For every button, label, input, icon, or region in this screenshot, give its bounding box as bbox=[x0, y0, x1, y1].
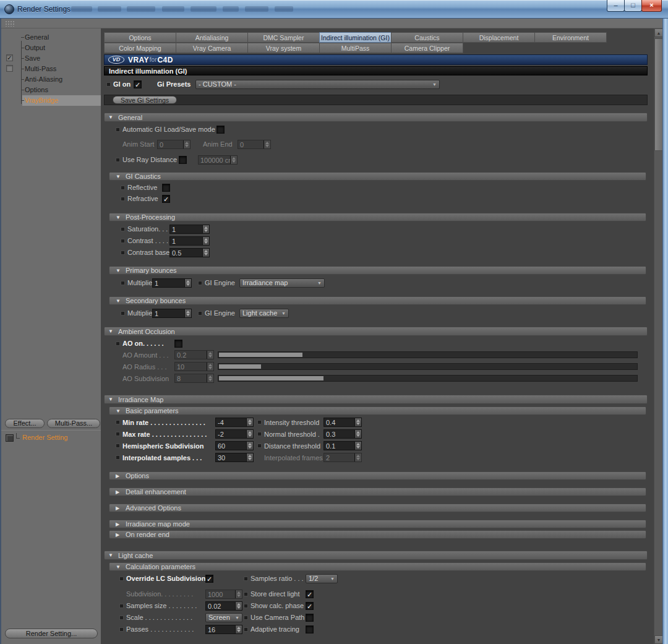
multipass-enable-checkbox[interactable] bbox=[6, 65, 13, 72]
lc-scale-dropdown[interactable]: Screen▼ bbox=[205, 613, 242, 622]
param-enable-dot[interactable] bbox=[121, 197, 125, 201]
scroll-down-icon[interactable]: ▼ bbox=[654, 635, 663, 644]
param-enable-dot[interactable] bbox=[121, 227, 125, 231]
render-setting-list-item[interactable]: Render Setting bbox=[0, 433, 101, 444]
param-enable-dot[interactable] bbox=[119, 577, 124, 581]
interpolated-samples-input[interactable]: 30 bbox=[215, 453, 254, 462]
interpolated-frames-input[interactable]: 2 bbox=[323, 453, 362, 462]
spinner-arrows-icon[interactable] bbox=[354, 453, 361, 462]
section-gi-caustics-header[interactable]: ▼ GI Caustics bbox=[109, 172, 646, 181]
spinner-arrows-icon[interactable] bbox=[207, 351, 213, 359]
sidebar-item-options[interactable]: Options bbox=[0, 85, 101, 95]
param-enable-dot[interactable] bbox=[121, 186, 125, 190]
spinner-arrows-icon[interactable] bbox=[354, 430, 361, 438]
close-button[interactable]: × bbox=[641, 0, 662, 12]
param-enable-dot[interactable] bbox=[257, 444, 262, 448]
ao-subdivision-slider[interactable] bbox=[218, 375, 638, 382]
primary-multiplier-input[interactable]: 1 bbox=[152, 278, 192, 288]
section-options-header[interactable]: ▶ Options bbox=[109, 471, 646, 480]
min-rate-input[interactable]: -4 bbox=[215, 418, 254, 427]
contrast-base-input[interactable]: 0.5 bbox=[169, 248, 210, 257]
tab-displacement[interactable]: Displacement bbox=[463, 32, 535, 43]
param-enable-dot[interactable] bbox=[121, 281, 125, 285]
ao-subdivision-input[interactable]: 8 bbox=[174, 374, 214, 383]
sidebar-item-output[interactable]: Output bbox=[0, 43, 101, 53]
contrast-input[interactable]: 1 bbox=[169, 236, 210, 246]
ray-distance-input[interactable]: 100000 cm bbox=[198, 155, 238, 165]
ray-distance-checkbox[interactable] bbox=[179, 156, 187, 164]
multipass-button[interactable]: Multi-Pass... bbox=[47, 419, 100, 428]
param-enable-dot[interactable] bbox=[257, 420, 262, 424]
param-enable-dot[interactable] bbox=[116, 420, 120, 424]
vertical-scrollbar[interactable]: ▲ ▼ bbox=[654, 28, 662, 644]
gi-presets-dropdown[interactable]: - CUSTOM - ▼ bbox=[195, 80, 440, 89]
samples-size-input[interactable]: 0.02 bbox=[205, 601, 242, 611]
spinner-arrows-icon[interactable] bbox=[246, 430, 253, 438]
distance-threshold-input[interactable]: 0.1 bbox=[323, 441, 362, 450]
spinner-arrows-icon[interactable] bbox=[246, 453, 253, 462]
use-camera-path-checkbox[interactable] bbox=[306, 614, 314, 622]
section-general-header[interactable]: ▼ General bbox=[104, 113, 648, 122]
param-enable-dot[interactable] bbox=[244, 577, 248, 581]
tab-antialiasing[interactable]: Antialiasing bbox=[176, 32, 248, 43]
ao-on-checkbox[interactable] bbox=[174, 340, 182, 348]
sidebar-item-vraybridge[interactable]: VrayBridge bbox=[0, 95, 101, 106]
param-enable-dot[interactable] bbox=[121, 251, 125, 255]
hemispheric-subdivision-input[interactable]: 60 bbox=[215, 441, 254, 450]
param-enable-dot[interactable] bbox=[116, 444, 120, 448]
anim-end-input[interactable]: 0 bbox=[238, 140, 271, 149]
drag-grip-handle[interactable] bbox=[5, 20, 15, 27]
render-setting-button[interactable]: Render Setting... bbox=[5, 629, 98, 638]
sidebar-item-multipass[interactable]: Multi-Pass bbox=[0, 64, 101, 74]
sidebar-item-antialiasing[interactable]: Anti-Aliasing bbox=[0, 74, 101, 85]
spinner-arrows-icon[interactable] bbox=[235, 602, 242, 610]
spinner-arrows-icon[interactable] bbox=[202, 237, 209, 245]
max-rate-input[interactable]: -2 bbox=[215, 429, 254, 439]
save-enable-checkbox[interactable]: ✓ bbox=[6, 54, 13, 61]
tab-options[interactable]: Options bbox=[104, 32, 176, 43]
adaptive-tracing-checkbox[interactable] bbox=[306, 625, 314, 633]
sidebar-item-save[interactable]: Save bbox=[0, 53, 101, 64]
ao-radius-input[interactable]: 10 bbox=[174, 362, 214, 371]
sidebar-item-general[interactable]: General bbox=[0, 32, 101, 43]
secondary-multiplier-input[interactable]: 1 bbox=[152, 309, 192, 318]
tab-caustics[interactable]: Caustics bbox=[391, 32, 463, 43]
tab-indirect-illumination[interactable]: Indirect illumination (GI) bbox=[319, 32, 392, 43]
spinner-arrows-icon[interactable] bbox=[235, 625, 242, 633]
section-irradiance-map-mode-header[interactable]: ▶ Irradiance map mode bbox=[109, 520, 646, 528]
param-enable-dot[interactable] bbox=[198, 281, 202, 285]
spinner-arrows-icon[interactable] bbox=[263, 140, 270, 148]
scroll-up-icon[interactable]: ▲ bbox=[654, 28, 663, 37]
section-primary-bounces-header[interactable]: ▼ Primary bounces bbox=[109, 266, 646, 275]
param-enable-dot[interactable] bbox=[119, 604, 124, 608]
tab-vray-camera[interactable]: Vray Camera bbox=[176, 43, 248, 53]
param-enable-dot[interactable] bbox=[119, 616, 124, 620]
param-enable-dot[interactable] bbox=[121, 239, 125, 243]
save-gi-settings-button[interactable]: Save Gi Settings bbox=[113, 96, 177, 104]
section-secondary-bounces-header[interactable]: ▼ Secondary bounces bbox=[109, 296, 646, 305]
param-enable-dot[interactable] bbox=[244, 616, 248, 620]
spinner-arrows-icon[interactable] bbox=[354, 418, 361, 426]
ao-radius-slider[interactable] bbox=[218, 363, 638, 370]
param-enable-dot[interactable] bbox=[106, 82, 111, 87]
scrollbar-thumb[interactable] bbox=[654, 38, 663, 151]
spinner-arrows-icon[interactable] bbox=[207, 374, 213, 382]
auto-gi-checkbox[interactable] bbox=[216, 126, 225, 134]
spinner-arrows-icon[interactable] bbox=[207, 363, 213, 371]
anim-start-input[interactable]: 0 bbox=[157, 140, 191, 149]
section-irradiance-map-header[interactable]: ▼ Irradiance Map bbox=[104, 395, 648, 404]
param-enable-dot[interactable] bbox=[116, 432, 120, 436]
saturation-input[interactable]: 1 bbox=[169, 225, 210, 234]
param-enable-dot[interactable] bbox=[116, 341, 120, 346]
section-on-render-end-header[interactable]: ▶ On render end bbox=[109, 530, 646, 539]
intensity-threshold-input[interactable]: 0.4 bbox=[323, 418, 362, 427]
minimize-button[interactable]: – bbox=[607, 0, 625, 12]
tab-dmc-sampler[interactable]: DMC Sampler bbox=[247, 32, 320, 43]
section-detail-enhancement-header[interactable]: ▶ Detail enhancement bbox=[109, 487, 646, 496]
spinner-arrows-icon[interactable] bbox=[202, 249, 209, 257]
spinner-arrows-icon[interactable] bbox=[230, 156, 237, 164]
param-enable-dot[interactable] bbox=[198, 311, 202, 316]
param-enable-dot[interactable] bbox=[121, 311, 125, 316]
section-advanced-options-header[interactable]: ▶ Advanced Options bbox=[109, 504, 646, 512]
effect-button[interactable]: Effect... bbox=[5, 419, 45, 428]
